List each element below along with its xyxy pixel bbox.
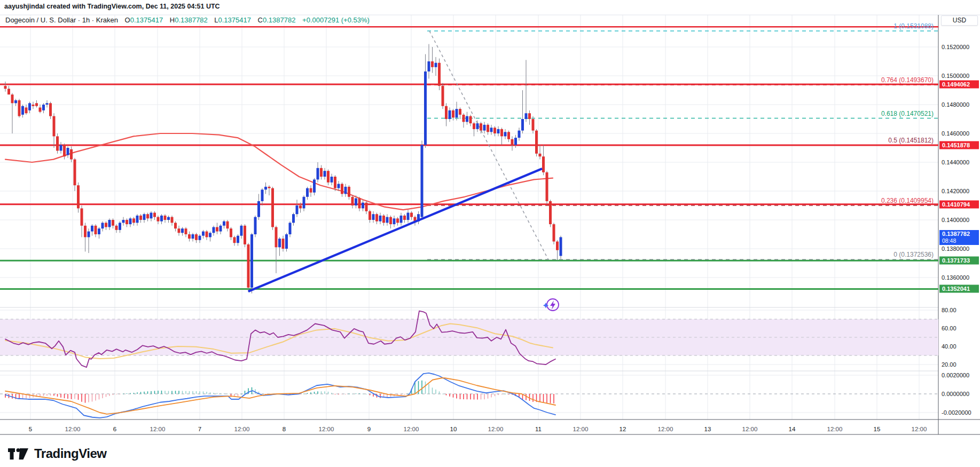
- rsi-axis-tick: 60.00: [942, 325, 957, 331]
- price-axis-tick: 0.1420000: [942, 188, 969, 194]
- high-value: 0.1387782: [175, 16, 207, 24]
- level-price-badge: 0.1352041: [939, 285, 979, 293]
- chart-canvas[interactable]: [0, 0, 980, 467]
- time-axis-tick: 12:00: [658, 426, 673, 432]
- open-label: O: [125, 16, 130, 24]
- rsi-axis-tick: 40.00: [942, 343, 957, 350]
- fib-level-label[interactable]: 0.764 (0.1493670): [881, 76, 934, 84]
- fib-level-label[interactable]: 0.618 (0.1470521): [881, 110, 934, 117]
- price-axis-tick: 0.1440000: [942, 159, 969, 165]
- price-axis-tick: 0.1480000: [942, 101, 969, 108]
- macd-axis-tick: 0.0020000: [942, 372, 969, 378]
- tradingview-published-chart: aayushjindal created with TradingView.co…: [0, 0, 980, 467]
- time-axis-tick: 15: [874, 426, 881, 432]
- open-value: 0.1375417: [130, 16, 163, 24]
- time-axis-tick: 12:00: [742, 426, 758, 432]
- price-axis-tick: 0.1520000: [942, 44, 969, 50]
- macd-signal-line[interactable]: [5, 378, 555, 414]
- currency-label: USD: [941, 15, 978, 26]
- tradingview-logo-text[interactable]: TradingView: [34, 446, 106, 461]
- symbol-title[interactable]: Dogecoin / U. S. Dollar · 1h · Kraken: [5, 16, 118, 24]
- symbol-legend[interactable]: Dogecoin / U. S. Dollar · 1h · Kraken O0…: [5, 16, 370, 24]
- level-price-badge: 0.1371733: [939, 257, 979, 265]
- time-axis-tick: 5: [29, 426, 32, 432]
- boost-lightning-icon[interactable]: [543, 299, 559, 311]
- time-axis-tick: 12:00: [150, 426, 166, 432]
- ascending-trendline[interactable]: [248, 169, 542, 291]
- level-price-badge: 0.1410794: [939, 200, 979, 208]
- macd-line[interactable]: [5, 373, 555, 418]
- change-value: +0.0007291 (+0.53%): [302, 16, 370, 24]
- time-axis-tick: 12:00: [404, 426, 419, 432]
- level-price-badge: 0.1494062: [939, 81, 979, 89]
- rsi-axis-tick: 80.00: [942, 307, 957, 313]
- close-label: C: [258, 16, 263, 24]
- tradingview-logo-icon[interactable]: [7, 445, 29, 462]
- macd-axis-tick: -0.0020000: [942, 409, 971, 416]
- footer: TradingView: [7, 445, 106, 462]
- time-axis-tick: 12:00: [827, 426, 843, 432]
- time-axis-tick: 9: [367, 426, 371, 432]
- macd-axis-tick: 0.0000000: [942, 391, 969, 397]
- candlestick-series[interactable]: [4, 44, 562, 294]
- fib-level-label[interactable]: 1 (0.1531088): [893, 22, 934, 30]
- fib-level-label[interactable]: 0.236 (0.1409954): [881, 197, 934, 204]
- time-axis-tick: 12: [620, 426, 626, 432]
- fib-level-label[interactable]: 0.5 (0.1451812): [888, 137, 934, 144]
- panel-frame: [0, 15, 980, 434]
- time-axis-tick: 13: [704, 426, 711, 432]
- fib-level-label[interactable]: 0 (0.1372536): [893, 251, 934, 258]
- time-axis-tick: 12:00: [234, 426, 250, 432]
- low-label: L: [214, 16, 218, 24]
- time-axis-tick: 6: [113, 426, 116, 432]
- rsi-band: [0, 319, 938, 394]
- price-axis-tick: 0.1400000: [942, 217, 969, 223]
- time-axis-tick: 12:00: [319, 426, 334, 432]
- time-axis-tick: 12:00: [573, 426, 589, 432]
- time-axis-tick: 10: [450, 426, 457, 432]
- support-resistance-lines[interactable]: [0, 27, 938, 289]
- low-value: 0.1375417: [218, 16, 251, 24]
- current-price-badge: 0.138778208:48: [939, 230, 979, 245]
- price-axis-tick: 0.1500000: [942, 73, 969, 79]
- time-axis-tick: 12:00: [488, 426, 504, 432]
- price-axis-tick: 0.1360000: [942, 274, 969, 281]
- time-axis-tick: 8: [283, 426, 286, 432]
- time-axis-tick: 11: [535, 426, 542, 432]
- high-label: H: [170, 16, 175, 24]
- time-axis-tick: 7: [198, 426, 201, 432]
- time-axis-tick: 14: [789, 426, 796, 432]
- close-value: 0.1387782: [263, 16, 295, 24]
- price-axis-tick: 0.1380000: [942, 246, 969, 252]
- level-price-badge: 0.1451878: [939, 141, 979, 149]
- time-axis-tick: 12:00: [912, 426, 927, 432]
- price-axis-tick: 0.1460000: [942, 130, 969, 137]
- time-axis-tick: 12:00: [65, 426, 81, 432]
- rsi-axis-tick: 20.00: [942, 361, 957, 368]
